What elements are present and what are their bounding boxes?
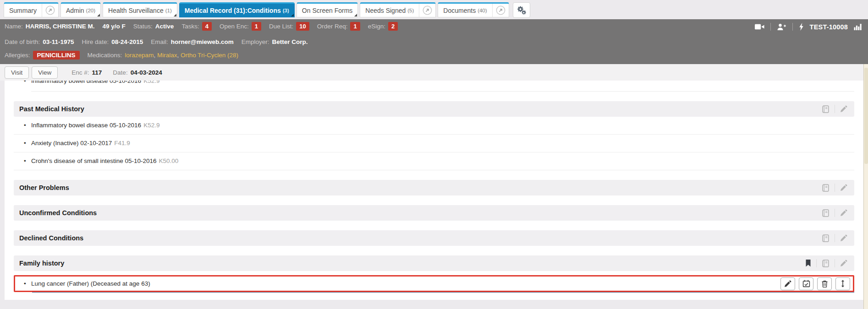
popout-icon[interactable] (492, 4, 509, 17)
patient-demographics-row: Date of birth:03-11-1975 Hire date:08-24… (5, 38, 315, 45)
section-title: Unconfirmed Conditions (19, 209, 817, 217)
order-req-label: Order Req: (317, 23, 348, 30)
open-enc-count-badge[interactable]: 1 (252, 22, 261, 31)
tab-label-text: Medical Record (31):Conditions (185, 7, 281, 14)
tab-label: Summary (4, 4, 42, 17)
section-title: Past Medical History (19, 105, 817, 113)
edit-button[interactable] (780, 277, 795, 290)
bookmark-icon[interactable] (800, 260, 816, 267)
tab-summary[interactable]: Summary (4, 2, 59, 17)
medication-separator: , (177, 52, 181, 59)
tab-health-surveillance[interactable]: Health Surveillance(1) (103, 2, 177, 17)
tab-count: (5) (407, 8, 414, 13)
esign-count-badge[interactable]: 2 (388, 22, 398, 31)
patient-header: Name:HARRIS, CHRISTINE M. 49 y/o F Statu… (0, 19, 868, 64)
video-call-icon[interactable] (755, 23, 764, 30)
gears-icon (516, 6, 526, 15)
section-header-icons (800, 259, 852, 267)
notes-icon[interactable] (817, 260, 835, 267)
icd-code: K52.9 (143, 81, 159, 84)
enc-number: 117 (92, 69, 102, 76)
order-req-count-badge[interactable]: 1 (350, 22, 360, 31)
encounter-toolbar: Visit View Enc #: 117 Date: 04-03-2024 (0, 64, 868, 81)
open-enc-label: Open Enc: (220, 23, 249, 30)
list-item[interactable]: •Anxiety (Inactive) 02-10-2017F41.9 (14, 135, 854, 152)
list-item-text: •Lung cancer (Father) (Deceased at age 6… (15, 280, 150, 287)
section-title: Other Problems (19, 184, 817, 191)
settings-button[interactable] (513, 2, 530, 18)
dob-label: Date of birth: (5, 38, 40, 45)
tab-label-text: Documents (443, 7, 476, 14)
chart-stats-icon[interactable] (854, 23, 862, 30)
tab-label: Medical Record (31):Conditions(3) (180, 4, 294, 17)
visit-button[interactable]: Visit (5, 66, 29, 79)
employer-label: Employer: (242, 38, 269, 45)
tab-count: (40) (478, 8, 487, 13)
section-header-icons (817, 184, 852, 192)
due-list-label: Due List: (269, 23, 293, 30)
tasks-count-badge[interactable]: 4 (202, 22, 212, 31)
patient-name: HARRIS, CHRISTINE M. (26, 23, 95, 30)
edit-section-icon[interactable] (835, 260, 852, 267)
edit-section-icon[interactable] (835, 209, 852, 217)
allergy-badge[interactable]: PENICILLINS (33, 51, 80, 60)
tab-bar: SummaryAdmin(20)Health Surveillance(1)Me… (0, 0, 868, 19)
edit-section-icon[interactable] (835, 105, 852, 113)
tab-needs-signed[interactable]: Needs Signed(5) (360, 2, 436, 17)
section-header-icons (817, 209, 852, 217)
section-header-unconfirmed-conditions: Unconfirmed Conditions (14, 205, 854, 221)
medication-link-miralax[interactable]: Miralax (157, 52, 177, 59)
popout-icon[interactable] (42, 4, 58, 17)
highlighted-list-item[interactable]: •Lung cancer (Father) (Deceased at age 6… (14, 275, 854, 292)
enc-date: 04-03-2024 (131, 69, 162, 76)
section-header-icons (817, 234, 852, 242)
tab-label-text: Needs Signed (365, 7, 406, 14)
enc-label: Enc #: (71, 69, 89, 76)
allergies-label: Allergies: (5, 52, 30, 59)
patient-header-actions: TEST-10008 (755, 23, 862, 31)
list-item[interactable]: •Crohn's disease of small intestine 05-1… (14, 152, 854, 170)
list-item[interactable]: •Inflammatory bowel disease 05-10-2016K5… (14, 117, 854, 135)
list-item-text: Inflammatory bowel disease 05-10-2016 (31, 81, 141, 84)
email-label: Email: (151, 38, 168, 45)
hire-date-label: Hire date: (82, 38, 109, 45)
status-label: Status: (133, 23, 153, 30)
section-title: Declined Conditions (19, 234, 817, 242)
delete-button[interactable] (817, 277, 832, 290)
bolt-icon[interactable] (799, 23, 804, 31)
edit-section-icon[interactable] (835, 184, 852, 191)
tab-documents[interactable]: Documents(40) (438, 2, 509, 17)
icd-code: F41.9 (114, 140, 130, 146)
tab-label-text: Summary (9, 7, 37, 14)
name-label: Name: (5, 23, 23, 30)
notes-icon[interactable] (817, 184, 835, 192)
medication-link-ortho-tri-cyclen-28[interactable]: Ortho Tri-Cyclen (28) (181, 52, 238, 59)
tab-label: On Screen Forms (297, 4, 357, 17)
tab-medical-record-31-conditions[interactable]: Medical Record (31):Conditions(3) (179, 2, 295, 17)
bullet: • (24, 81, 26, 84)
divider (792, 23, 793, 31)
tab-admin[interactable]: Admin(20) (60, 2, 101, 17)
notes-icon[interactable] (817, 234, 835, 242)
add-user-icon[interactable] (777, 23, 786, 31)
tab-label: Documents(40) (438, 4, 492, 17)
medication-separator: , (154, 52, 157, 59)
edit-section-icon[interactable] (835, 234, 852, 242)
notes-icon[interactable] (817, 209, 835, 217)
notes-icon[interactable] (817, 105, 835, 113)
schedule-button[interactable] (799, 277, 813, 290)
tab-on-screen-forms[interactable]: On Screen Forms (297, 2, 358, 17)
employer-value: Better Corp. (272, 38, 308, 45)
medication-link-lorazepam[interactable]: lorazepam (125, 52, 154, 59)
view-button[interactable]: View (32, 66, 58, 79)
tab-label-text: Admin (66, 7, 84, 14)
section-header-past-medical-history: Past Medical History (14, 101, 854, 117)
scrollbar[interactable] (863, 64, 868, 309)
reorder-button[interactable] (835, 277, 850, 290)
popout-icon[interactable] (419, 4, 435, 17)
due-list-count-badge[interactable]: 10 (296, 22, 309, 31)
tasks-label: Tasks: (181, 23, 199, 30)
scrollbar-thumb[interactable] (864, 68, 868, 164)
bullet: • (24, 140, 26, 146)
conditions-panel: •Inflammatory bowel disease 05-10-2016K5… (5, 81, 863, 300)
